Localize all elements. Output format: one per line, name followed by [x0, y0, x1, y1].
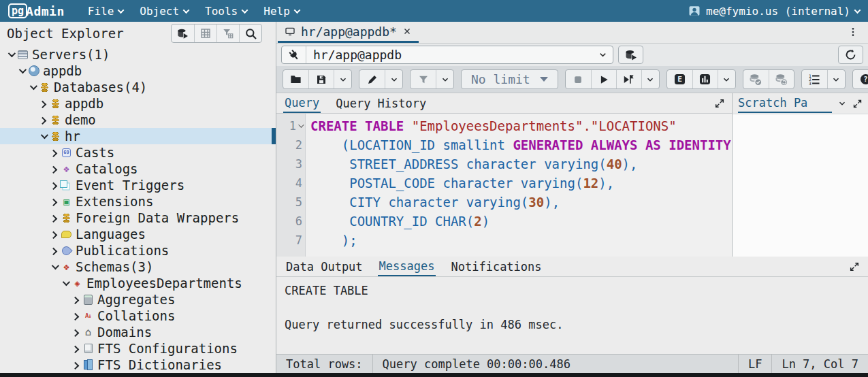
- menu-tools[interactable]: Tools: [197, 0, 255, 22]
- macros-button[interactable]: 123: [802, 70, 827, 88]
- chevron-down-button[interactable]: [641, 70, 659, 88]
- menu-object[interactable]: Object: [131, 0, 197, 22]
- chevron-down-button[interactable]: [827, 70, 845, 88]
- query-tool-tab[interactable]: hr/app@appdb*: [278, 22, 419, 43]
- tree-item-publications[interactable]: Publications: [0, 242, 276, 259]
- collapse-caret-icon[interactable]: [16, 68, 27, 73]
- expand-caret-icon[interactable]: [71, 362, 82, 367]
- view-data-button[interactable]: [194, 24, 216, 42]
- tab-query[interactable]: Query: [283, 94, 321, 113]
- expand-caret-icon[interactable]: [49, 150, 60, 155]
- chevron-down-button[interactable]: [718, 70, 735, 88]
- code-line[interactable]: 5 CITY character varying(30),: [276, 193, 732, 212]
- tab-messages[interactable]: Messages: [378, 257, 436, 276]
- refresh-button[interactable]: [838, 46, 863, 64]
- tree-item-languages[interactable]: Languages: [0, 226, 276, 242]
- collapse-caret-icon[interactable]: [60, 280, 71, 286]
- refresh-icon: [844, 48, 857, 61]
- menu-help[interactable]: Help: [255, 0, 308, 22]
- expand-caret-icon[interactable]: [71, 313, 82, 318]
- collapse-caret-icon[interactable]: [27, 84, 38, 90]
- tab-query-history[interactable]: Query History: [334, 95, 428, 112]
- tree-item-appdb[interactable]: appdb: [0, 95, 276, 112]
- user-menu[interactable]: me@fymio.us (internal): [688, 4, 860, 18]
- commit-button[interactable]: [743, 70, 769, 88]
- expand-icon[interactable]: [852, 99, 863, 109]
- tree-item-servers-1-[interactable]: Servers(1): [0, 46, 276, 63]
- code-line[interactable]: 1CREATE TABLE "EmployeesDepartments"."LO…: [276, 116, 732, 135]
- tree-item-fts-configurations[interactable]: FTS Configurations: [0, 340, 276, 357]
- expand-icon[interactable]: [849, 261, 860, 272]
- fold-caret-icon[interactable]: [298, 122, 304, 127]
- expand-caret-icon[interactable]: [38, 101, 49, 106]
- tree-item-casts[interactable]: 69Casts: [0, 144, 276, 161]
- tree-item-hr[interactable]: hr: [0, 128, 276, 144]
- kebab-menu-icon[interactable]: [843, 22, 863, 42]
- tree-item-appdb[interactable]: appdb: [0, 63, 276, 79]
- expand-caret-icon[interactable]: [71, 329, 82, 335]
- tree-item-demo[interactable]: demo: [0, 112, 276, 128]
- new-connection-button[interactable]: [618, 46, 643, 64]
- tree-item-databases-4-[interactable]: Databases(4): [0, 79, 276, 95]
- tree-item-extensions[interactable]: ▣Extensions: [0, 193, 276, 210]
- tree-item-event-triggers[interactable]: Event Triggers: [0, 177, 276, 193]
- expand-icon[interactable]: [714, 98, 725, 109]
- tree-item-foreign-data-wrappers[interactable]: Foreign Data Wrappers: [0, 210, 276, 226]
- chevron-down-button[interactable]: [385, 70, 402, 88]
- row-limit-select[interactable]: No limit: [461, 69, 558, 89]
- status-eol[interactable]: LF: [738, 355, 771, 373]
- play-button[interactable]: [591, 70, 616, 88]
- code-line[interactable]: 4 POSTAL_CODE character varying(12),: [276, 174, 732, 193]
- tree-item-catalogs[interactable]: ❖Catalogs: [0, 161, 276, 177]
- tree-item-domains[interactable]: ⌂Domains: [0, 324, 276, 340]
- code-line[interactable]: 7 );: [276, 231, 732, 250]
- connection-select[interactable]: hr/app@appdb: [281, 46, 613, 64]
- tree-item-employeesdepartments[interactable]: ◈EmployeesDepartments: [0, 275, 276, 291]
- tree-item-fts-dictionaries[interactable]: FTS Dictionaries: [0, 357, 276, 373]
- explain-button[interactable]: E: [667, 70, 692, 88]
- expand-caret-icon[interactable]: [49, 199, 60, 204]
- collapse-caret-icon[interactable]: [5, 52, 16, 57]
- expand-caret-icon[interactable]: [49, 248, 60, 253]
- filter-button[interactable]: [411, 70, 436, 88]
- expand-caret-icon[interactable]: [49, 231, 60, 237]
- stop-button[interactable]: [566, 70, 591, 88]
- edit-button[interactable]: [359, 70, 385, 88]
- tree-item-schemas-3-[interactable]: ❖Schemas(3): [0, 259, 276, 275]
- folder-open-button[interactable]: [283, 70, 308, 88]
- collapse-caret-icon[interactable]: [38, 133, 49, 139]
- sql-editor[interactable]: 1CREATE TABLE "EmployeesDepartments"."LO…: [276, 114, 732, 257]
- tree-item-aggregates[interactable]: Aggregates: [0, 291, 276, 308]
- tab-data-output[interactable]: Data Output: [285, 258, 364, 276]
- tree-item-collations[interactable]: A↓Collations: [0, 308, 276, 324]
- expand-caret-icon[interactable]: [38, 117, 49, 122]
- save-button[interactable]: [308, 70, 334, 88]
- collapse-caret-icon[interactable]: [49, 264, 60, 269]
- play-options-button[interactable]: [616, 70, 641, 88]
- explain-analyze-button[interactable]: [692, 70, 718, 88]
- expand-caret-icon[interactable]: [49, 166, 60, 171]
- close-icon[interactable]: [402, 27, 412, 36]
- status-cursor-position[interactable]: Ln 7, Col 7: [771, 355, 868, 373]
- expand-caret-icon[interactable]: [49, 215, 60, 220]
- expand-caret-icon[interactable]: [49, 182, 60, 188]
- chevron-down-button[interactable]: [334, 70, 351, 88]
- scratch-pad-editor[interactable]: [733, 114, 868, 257]
- code-line[interactable]: 6 COUNTRY_ID CHAR(2): [276, 212, 732, 231]
- search-button[interactable]: [239, 24, 261, 42]
- tab-scratch-pad[interactable]: Scratch Pa: [738, 94, 832, 113]
- query-tool-button[interactable]: [172, 24, 194, 42]
- expand-caret-icon[interactable]: [71, 346, 82, 351]
- menu-file[interactable]: File: [80, 0, 132, 22]
- chevron-down-icon[interactable]: [837, 99, 847, 108]
- code-line[interactable]: 2 (LOCATION_ID smallint GENERATED ALWAYS…: [276, 135, 732, 154]
- rollback-button[interactable]: [769, 70, 794, 88]
- svg-text:?: ?: [863, 75, 867, 84]
- code-line[interactable]: 3 STREET_ADDRESS character varying(40),: [276, 154, 732, 174]
- chevron-down-button[interactable]: [436, 70, 453, 88]
- tab-notifications[interactable]: Notifications: [449, 258, 543, 276]
- help-button[interactable]: ?: [853, 70, 868, 88]
- token-num: 30: [528, 195, 544, 210]
- expand-caret-icon[interactable]: [71, 297, 82, 302]
- filter-grid-button[interactable]: [216, 24, 239, 42]
